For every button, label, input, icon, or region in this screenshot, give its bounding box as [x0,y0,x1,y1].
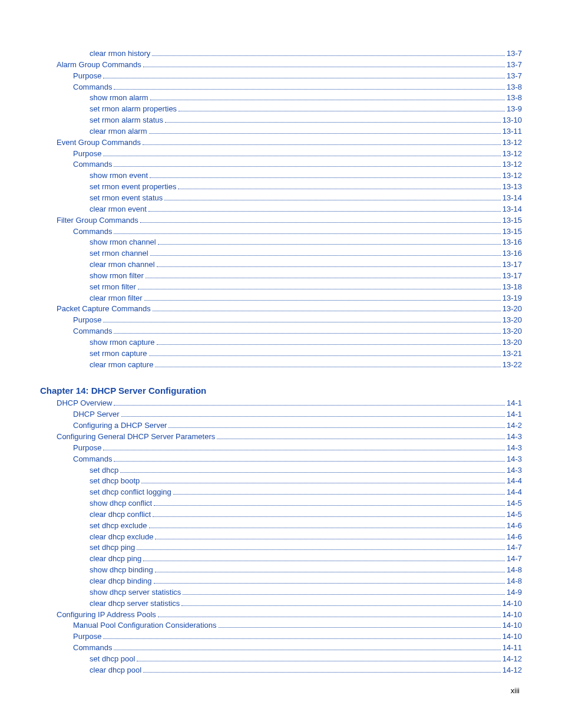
toc-leader-dots [120,472,505,473]
toc-leader-dots [138,289,501,289]
toc-entry[interactable]: set dhcp pool14-12 [40,654,522,665]
toc-entry[interactable]: set dhcp conflict logging14-4 [40,487,522,498]
toc-entry[interactable]: Configuring a DHCP Server 14-2 [40,420,522,431]
toc-entry[interactable]: show rmon capture13-20 [40,337,522,348]
toc-entry[interactable]: Purpose14-10 [40,631,522,643]
toc-entry[interactable]: Configuring IP Address Pools 14-10 [40,610,522,621]
toc-entry[interactable]: Alarm Group Commands 13-7 [40,60,522,71]
toc-entry-label: show dhcp conflict [90,498,152,509]
toc-entry[interactable]: set dhcp exclude14-6 [40,521,522,532]
toc-entry[interactable]: set rmon alarm properties13-9 [40,104,522,115]
toc-entry[interactable]: clear dhcp ping14-7 [40,554,522,565]
toc-entry[interactable]: set dhcp14-3 [40,465,522,476]
toc-entry-page: 14-7 [507,554,522,565]
toc-entry-page: 14-1 [507,398,522,409]
toc-entry[interactable]: Filter Group Commands 13-15 [40,215,522,226]
toc-entry[interactable]: clear dhcp server statistics14-10 [40,598,522,610]
toc-leader-dots [143,561,505,561]
toc-entry-label: show dhcp binding [90,565,153,576]
toc-entry[interactable]: clear rmon channel13-17 [40,259,522,271]
toc-leader-dots [103,156,500,156]
toc-entry[interactable]: clear rmon capture13-22 [40,360,522,371]
toc-entry[interactable]: set dhcp ping14-7 [40,542,522,554]
toc-entry[interactable]: clear dhcp conflict14-5 [40,509,522,521]
toc-entry[interactable]: Packet Capture Commands 13-20 [40,304,522,315]
toc-entry-label: set rmon filter [90,282,136,293]
toc-entry[interactable]: set rmon channel13-16 [40,248,522,259]
toc-leader-dots [178,189,500,189]
toc-entry[interactable]: Commands13-8 [40,82,522,93]
toc-entry[interactable]: DHCP Overview 14-1 [40,398,522,409]
toc-entry[interactable]: show rmon event13-12 [40,170,522,182]
toc-entry[interactable]: set dhcp bootp14-4 [40,476,522,487]
toc-entry-page: 13-19 [503,293,522,304]
toc-entry[interactable]: set rmon filter13-18 [40,282,522,293]
toc-entry[interactable]: clear rmon alarm13-11 [40,126,522,137]
toc-entry[interactable]: clear dhcp exclude14-6 [40,532,522,543]
toc-entry[interactable]: set rmon capture13-21 [40,348,522,360]
toc-entry[interactable]: clear dhcp pool14-12 [40,665,522,676]
toc-entry[interactable]: clear rmon history13-7 [40,48,522,60]
toc-entry-label: set rmon alarm properties [90,104,177,115]
toc-entry[interactable]: show dhcp server statistics14-9 [40,587,522,598]
toc-entry[interactable]: Purpose13-12 [40,149,522,160]
toc-entry[interactable]: clear rmon filter13-19 [40,293,522,304]
toc-leader-dots [143,144,501,145]
toc-entry[interactable]: Configuring General DHCP Server Paramete… [40,431,522,443]
toc-entry[interactable]: clear rmon event13-14 [40,204,522,215]
toc-entry[interactable]: Commands13-20 [40,326,522,337]
toc-entry[interactable]: Commands14-3 [40,454,522,465]
toc-entry[interactable]: Commands13-15 [40,226,522,238]
toc-entry[interactable]: show dhcp conflict14-5 [40,498,522,509]
toc-leader-dots [154,583,505,584]
toc-entry[interactable]: Purpose14-3 [40,443,522,454]
toc-entry[interactable]: set rmon event properties13-13 [40,182,522,193]
toc-entry[interactable]: show dhcp binding14-8 [40,565,522,576]
toc-entry-page: 13-10 [503,115,522,126]
toc-entry-label: Event Group Commands [57,137,141,149]
toc-leader-dots [143,67,505,67]
toc-leader-dots [137,661,500,661]
toc-entry[interactable]: DHCP Server 14-1 [40,409,522,420]
toc-entry[interactable]: Manual Pool Configuration Considerations… [40,620,522,631]
toc-leader-dots [150,100,505,100]
toc-entry-page: 13-7 [507,48,522,60]
toc-entry-page: 14-12 [503,654,522,665]
toc-entry[interactable]: show rmon filter13-17 [40,271,522,282]
toc-leader-dots [158,244,501,245]
toc-entry[interactable]: Commands14-11 [40,643,522,654]
toc-entry[interactable]: set rmon event status13-14 [40,193,522,204]
toc-entry-page: 13-11 [503,126,522,137]
toc-entry-page: 14-5 [507,498,522,509]
toc-entry-label: Commands [73,159,112,170]
toc-entry[interactable]: show rmon alarm13-8 [40,93,522,104]
toc-entry-page: 13-7 [507,71,522,82]
toc-entry[interactable]: Event Group Commands 13-12 [40,137,522,149]
toc-leader-dots [155,572,505,572]
toc-entry-page: 13-15 [503,226,522,238]
toc-entry[interactable]: clear dhcp binding14-8 [40,576,522,587]
toc-entry-label: Packet Capture Commands [57,304,151,315]
toc-entry-page: 13-17 [503,271,522,282]
toc-entry[interactable]: Purpose13-20 [40,315,522,326]
toc-leader-dots [103,450,505,450]
toc-entry[interactable]: Commands13-12 [40,159,522,170]
toc-leader-dots [140,222,501,223]
toc-entry[interactable]: show rmon channel13-16 [40,237,522,248]
toc-leader-dots [114,333,500,334]
toc-leader-dots [155,367,500,367]
toc-entry-page: 13-16 [503,248,522,259]
toc-entry-page: 14-11 [503,643,522,654]
toc-entry-page: 13-20 [503,326,522,337]
toc-entry[interactable]: set rmon alarm status13-10 [40,115,522,126]
toc-entry-page: 13-12 [503,137,522,149]
toc-entry-page: 13-20 [503,337,522,348]
toc-leader-dots [146,278,501,278]
toc-entry-page: 14-10 [503,598,522,610]
toc-entry-label: Configuring IP Address Pools [57,610,156,621]
toc-entry-label: Configuring a DHCP Server [73,420,167,431]
toc-entry[interactable]: Purpose13-7 [40,71,522,82]
toc-leader-dots [173,494,505,495]
toc-entry-label: Commands [73,326,112,337]
toc-entry-label: set rmon event properties [90,182,176,193]
